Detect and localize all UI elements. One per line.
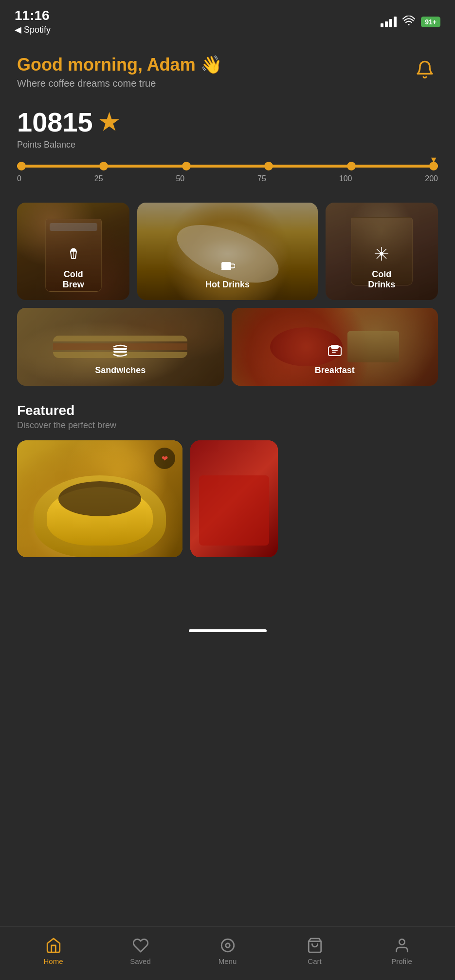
greeting-section: Good morning, Adam 👋 Where coffee dreams… xyxy=(17,55,222,89)
saved-icon xyxy=(132,937,149,954)
menu-icon xyxy=(219,937,237,954)
progress-dot-200 xyxy=(429,162,438,170)
status-spotify[interactable]: ◀ Spotify xyxy=(15,24,51,35)
favorite-button-main[interactable]: ❤ xyxy=(154,448,175,469)
cold-brew-overlay: ColdBrew xyxy=(17,203,129,300)
wave-emoji: 👋 xyxy=(200,55,222,75)
svg-rect-12 xyxy=(332,350,338,351)
greeting-title: Good morning, Adam 👋 xyxy=(17,55,222,75)
wifi-icon xyxy=(402,16,415,28)
home-icon xyxy=(45,937,62,954)
svg-point-14 xyxy=(221,939,234,952)
progress-dot-50 xyxy=(182,162,191,170)
phone-container: 11:16 ◀ Spotify 91+ xyxy=(0,0,455,980)
points-star-icon: ★ xyxy=(99,109,119,135)
milestone-0: 0 xyxy=(17,174,21,183)
svg-rect-9 xyxy=(113,351,127,353)
progress-track xyxy=(17,165,438,168)
status-bar: 11:16 ◀ Spotify 91+ xyxy=(0,0,455,40)
progress-dot-25 xyxy=(99,162,108,170)
svg-rect-11 xyxy=(331,345,339,349)
category-card-sandwiches[interactable]: Sandwiches xyxy=(17,308,224,386)
cold-drinks-overlay: ColdDrinks xyxy=(326,203,438,300)
category-card-breakfast[interactable]: Breakfast xyxy=(232,308,438,386)
featured-card-secondary[interactable] xyxy=(190,440,278,557)
nav-item-cart[interactable]: Cart xyxy=(271,937,358,965)
nav-item-menu[interactable]: Menu xyxy=(184,937,271,965)
categories-bottom-row: Sandwiches xyxy=(17,308,438,386)
svg-point-15 xyxy=(225,943,230,948)
signal-bars-icon xyxy=(381,17,397,27)
svg-point-0 xyxy=(408,24,410,25)
bottom-nav: Home Saved Menu xyxy=(0,926,455,980)
status-right: 91+ xyxy=(381,16,440,28)
nav-item-profile[interactable]: Profile xyxy=(358,937,445,965)
sandwiches-label: Sandwiches xyxy=(95,365,146,376)
milestone-50: 50 xyxy=(176,174,184,183)
svg-rect-2 xyxy=(221,262,231,269)
nav-label-menu: Menu xyxy=(218,957,237,965)
svg-point-17 xyxy=(399,939,404,944)
svg-rect-8 xyxy=(113,348,127,350)
status-time: 11:16 xyxy=(15,9,51,22)
nav-label-profile: Profile xyxy=(391,957,412,965)
milestone-25: 25 xyxy=(94,174,103,183)
milestone-75: 75 xyxy=(257,174,266,183)
featured-title: Featured xyxy=(17,403,438,418)
nav-label-saved: Saved xyxy=(130,957,151,965)
home-indicator xyxy=(189,629,267,632)
header-section: Good morning, Adam 👋 Where coffee dreams… xyxy=(0,40,455,99)
svg-rect-13 xyxy=(332,352,336,353)
categories-top-row: ColdBrew xyxy=(17,203,438,300)
nav-item-home[interactable]: Home xyxy=(10,937,97,965)
cold-drinks-icon xyxy=(374,246,389,265)
featured-card-content: ❤ xyxy=(17,440,182,557)
points-amount: 10815 ★ xyxy=(17,106,438,138)
points-section: 10815 ★ Points Balance xyxy=(0,99,455,155)
featured-section: Featured Discover the perfect brew ❤ xyxy=(0,393,455,562)
progress-dot-0 xyxy=(17,162,26,170)
bottom-nav-spacer xyxy=(0,562,455,625)
sandwiches-overlay: Sandwiches xyxy=(17,308,224,386)
featured-subtitle: Discover the perfect brew xyxy=(17,420,438,431)
featured-cards-row: ❤ xyxy=(17,440,438,557)
nav-item-saved[interactable]: Saved xyxy=(97,937,184,965)
milestone-100: 100 xyxy=(339,174,352,183)
svg-point-7 xyxy=(380,252,383,255)
progress-dot-75 xyxy=(264,162,273,170)
heart-filled-icon: ❤ xyxy=(162,454,168,463)
points-label: Points Balance xyxy=(17,140,438,150)
cold-brew-label: ColdBrew xyxy=(63,269,84,290)
hot-drinks-overlay: Hot Drinks xyxy=(137,203,317,300)
category-card-cold-drinks[interactable]: ColdDrinks xyxy=(326,203,438,300)
battery-indicator: 91+ xyxy=(421,17,440,27)
hot-drinks-label: Hot Drinks xyxy=(205,280,250,290)
breakfast-label: Breakfast xyxy=(315,365,355,376)
cart-icon xyxy=(306,937,324,954)
progress-dot-100 xyxy=(347,162,356,170)
category-card-hot-drinks[interactable]: Hot Drinks xyxy=(137,203,317,300)
status-left: 11:16 ◀ Spotify xyxy=(15,9,51,35)
profile-icon xyxy=(393,937,411,954)
categories-section: ColdBrew xyxy=(0,195,455,393)
featured-card-main[interactable]: ❤ xyxy=(17,440,182,557)
greeting-subtitle: Where coffee dreams come true xyxy=(17,78,222,89)
progress-labels: 0 25 50 75 100 200 xyxy=(17,174,438,183)
progress-dots xyxy=(17,162,438,170)
cold-drinks-label: ColdDrinks xyxy=(368,269,395,290)
breakfast-overlay: Breakfast xyxy=(232,308,438,386)
category-card-cold-brew[interactable]: ColdBrew xyxy=(17,203,129,300)
home-indicator-container xyxy=(0,629,455,636)
cold-brew-icon xyxy=(66,247,81,265)
nav-label-home: Home xyxy=(43,957,63,965)
bell-icon xyxy=(415,60,435,81)
sandwiches-icon xyxy=(112,343,128,361)
progress-section: ▼ 0 25 50 75 100 xyxy=(0,155,455,195)
hot-drinks-icon xyxy=(219,257,235,276)
nav-label-cart: Cart xyxy=(308,957,321,965)
breakfast-icon xyxy=(327,343,343,361)
milestone-200: 200 xyxy=(425,174,438,183)
notification-button[interactable] xyxy=(411,57,438,84)
page-content: Good morning, Adam 👋 Where coffee dreams… xyxy=(0,40,455,625)
